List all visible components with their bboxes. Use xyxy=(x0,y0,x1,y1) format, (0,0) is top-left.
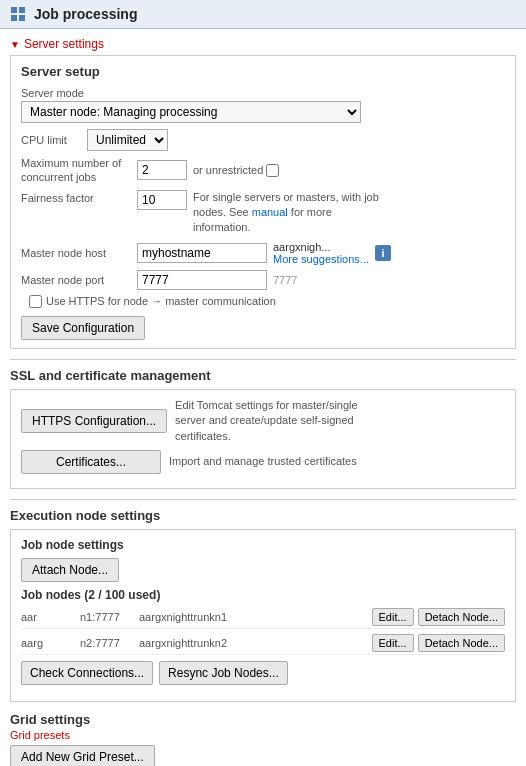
svg-rect-2 xyxy=(11,15,17,21)
job-node-settings-title: Job node settings xyxy=(21,538,505,552)
gear-icon xyxy=(10,6,26,22)
more-suggestions-link[interactable]: More suggestions... xyxy=(273,253,369,265)
server-settings-label: Server settings xyxy=(24,37,104,51)
master-port-label: Master node port xyxy=(21,274,131,286)
max-jobs-input[interactable] xyxy=(137,160,187,180)
master-port-placeholder: 7777 xyxy=(273,274,297,286)
page-header: Job processing xyxy=(0,0,526,29)
server-settings-toggle[interactable]: ▼ Server settings xyxy=(10,37,516,51)
svg-rect-3 xyxy=(19,15,25,21)
https-config-button[interactable]: HTTPS Configuration... xyxy=(21,409,167,433)
node-port-2: n2:7777 xyxy=(80,637,135,649)
fairness-note: For single servers or masters, with job … xyxy=(193,190,383,236)
https-check-label: Use HTTPS for node → master communicatio… xyxy=(46,295,276,307)
https-config-note: Edit Tomcat settings for master/single s… xyxy=(175,398,375,444)
https-config-row: HTTPS Configuration... Edit Tomcat setti… xyxy=(21,398,505,444)
ssl-section: SSL and certificate management HTTPS Con… xyxy=(10,368,516,489)
server-mode-group: Server mode Master node: Managing proces… xyxy=(21,87,505,123)
master-host-row: Master node host aargxnigh... More sugge… xyxy=(21,241,505,265)
https-check-row: Use HTTPS for node → master communicatio… xyxy=(29,295,505,308)
master-port-input[interactable] xyxy=(137,270,267,290)
toggle-arrow: ▼ xyxy=(10,39,20,50)
master-host-input[interactable] xyxy=(137,243,267,263)
svg-rect-1 xyxy=(19,7,25,13)
svg-rect-0 xyxy=(11,7,17,13)
cpu-limit-label: CPU limit xyxy=(21,134,81,146)
server-mode-label: Server mode xyxy=(21,87,505,99)
resync-button[interactable]: Resync Job Nodes... xyxy=(159,661,288,685)
exec-section-title: Execution node settings xyxy=(10,508,516,523)
save-config-button[interactable]: Save Configuration xyxy=(21,316,145,340)
detach-button-1[interactable]: Detach Node... xyxy=(418,608,505,626)
https-checkbox[interactable] xyxy=(29,295,42,308)
grid-presets-label: Grid presets xyxy=(10,729,516,741)
suggestions-area: aargxnigh... More suggestions... xyxy=(273,241,369,265)
max-jobs-row: Maximum number of concurrent jobs or unr… xyxy=(21,156,505,185)
cpu-limit-select[interactable]: Unlimited 1 2 4 8 xyxy=(87,129,168,151)
fairness-row: Fairness factor For single servers or ma… xyxy=(21,190,505,236)
certs-row: Certificates... Import and manage truste… xyxy=(21,450,505,474)
host-suggestion: aargxnigh... xyxy=(273,241,369,253)
fairness-input[interactable] xyxy=(137,190,187,210)
main-content: ▼ Server settings Server setup Server mo… xyxy=(0,29,526,766)
node-trunk-1: aargxnighttrunkn1 xyxy=(139,611,368,623)
ssl-box: HTTPS Configuration... Edit Tomcat setti… xyxy=(10,389,516,489)
check-connections-button[interactable]: Check Connections... xyxy=(21,661,153,685)
node-trunk-2: aargxnighttrunkn2 xyxy=(139,637,368,649)
unrestricted-checkbox[interactable] xyxy=(266,164,279,177)
detach-button-2[interactable]: Detach Node... xyxy=(418,634,505,652)
max-jobs-label: Maximum number of concurrent jobs xyxy=(21,156,131,185)
fairness-label: Fairness factor xyxy=(21,190,131,204)
ssl-section-title: SSL and certificate management xyxy=(10,368,516,383)
attach-node-button[interactable]: Attach Node... xyxy=(21,558,119,582)
node-port-1: n1:7777 xyxy=(80,611,135,623)
node-name-2: aarg xyxy=(21,637,76,649)
table-row: aar n1:7777 aargxnighttrunkn1 Edit... De… xyxy=(21,606,505,629)
master-host-label: Master node host xyxy=(21,247,131,259)
job-nodes-title: Job nodes (2 / 100 used) xyxy=(21,588,505,602)
server-mode-select[interactable]: Master node: Managing processing Single … xyxy=(21,101,361,123)
node-name-1: aar xyxy=(21,611,76,623)
info-icon[interactable]: i xyxy=(375,245,391,261)
certs-note: Import and manage trusted certificates xyxy=(169,454,357,469)
server-setup-box: Server setup Server mode Master node: Ma… xyxy=(10,55,516,349)
master-port-row: Master node port 7777 xyxy=(21,270,505,290)
cpu-limit-row: CPU limit Unlimited 1 2 4 8 xyxy=(21,129,505,151)
exec-box: Job node settings Attach Node... Job nod… xyxy=(10,529,516,702)
grid-section-title: Grid settings xyxy=(10,712,516,727)
grid-section: Grid settings Grid presets Add New Grid … xyxy=(10,712,516,766)
page-title: Job processing xyxy=(34,6,137,22)
exec-section: Execution node settings Job node setting… xyxy=(10,508,516,702)
edit-button-1[interactable]: Edit... xyxy=(372,608,414,626)
server-setup-title: Server setup xyxy=(21,64,505,79)
manual-link[interactable]: manual xyxy=(252,206,288,218)
bottom-buttons-row: Check Connections... Resync Job Nodes... xyxy=(21,661,505,685)
add-grid-preset-button[interactable]: Add New Grid Preset... xyxy=(10,745,155,766)
or-unrestricted-group: or unrestricted xyxy=(193,164,279,177)
or-unrestricted-label: or unrestricted xyxy=(193,164,263,176)
table-row: aarg n2:7777 aargxnighttrunkn2 Edit... D… xyxy=(21,632,505,655)
edit-button-2[interactable]: Edit... xyxy=(372,634,414,652)
certificates-button[interactable]: Certificates... xyxy=(21,450,161,474)
